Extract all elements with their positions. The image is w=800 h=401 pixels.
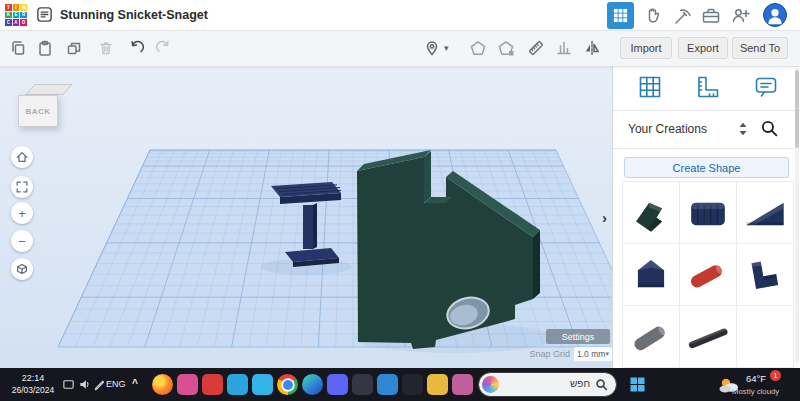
- divider: [613, 148, 800, 149]
- scene-3d[interactable]: [0, 66, 612, 368]
- taskbar-app-telegram[interactable]: [227, 374, 248, 395]
- redo-icon[interactable]: [156, 40, 172, 56]
- shape-item-corner-bracket[interactable]: [736, 243, 794, 306]
- logo-tile: T: [5, 4, 12, 11]
- shape-category-select[interactable]: Your Creations: [628, 122, 707, 136]
- perspective-toggle-button[interactable]: [11, 258, 33, 280]
- tablet-tray-icon[interactable]: [62, 378, 75, 391]
- design-title[interactable]: Stunning Snicket-Snaget: [60, 8, 208, 22]
- duplicate-icon[interactable]: [66, 40, 82, 56]
- taskbar-app-files[interactable]: [427, 374, 448, 395]
- logo-tile: A: [13, 19, 20, 26]
- ungroup-icon[interactable]: [498, 40, 514, 56]
- taskbar-app-firefox[interactable]: [152, 374, 173, 395]
- cube-icon: [15, 262, 29, 276]
- shape-cell-empty[interactable]: [736, 305, 794, 368]
- group-icon[interactable]: [470, 40, 486, 56]
- shape-library-grid: [623, 182, 792, 368]
- taskbar-app-vscode[interactable]: [377, 374, 398, 395]
- notes-icon[interactable]: [753, 74, 779, 100]
- taskbar-app-chrome[interactable]: [277, 374, 298, 395]
- invite-person-icon[interactable]: [731, 6, 751, 26]
- shape-item-prism[interactable]: [622, 243, 680, 306]
- taskbar-app-creative[interactable]: [452, 374, 473, 395]
- taskbar-app-skype[interactable]: [252, 374, 273, 395]
- blocks-view-button[interactable]: [607, 2, 634, 29]
- weather-temp: 64°F: [746, 373, 766, 384]
- create-shape-button[interactable]: Create Shape: [624, 157, 789, 178]
- weather-widget[interactable]: 64°F 1 Mostly cloudy: [710, 370, 798, 399]
- search-text: חפש: [570, 378, 590, 389]
- caret-down-icon[interactable]: ▾: [444, 43, 449, 53]
- clock-date: 26/03/2024: [4, 384, 62, 396]
- logo-tile: E: [13, 12, 20, 19]
- shape-item-angled-extrusion[interactable]: [622, 181, 680, 244]
- designs-menu-icon[interactable]: [36, 6, 53, 23]
- view-cube[interactable]: BACK: [18, 84, 64, 130]
- taskbar-apps: [152, 374, 473, 395]
- shape-item-ridged-box[interactable]: [679, 181, 737, 244]
- person-silhouette-icon: [764, 4, 786, 26]
- taskbar-app-store[interactable]: [352, 374, 373, 395]
- snap-grid-select[interactable]: 1.0 mm ▾: [574, 347, 612, 361]
- export-button[interactable]: Export: [678, 37, 728, 59]
- briefcase-icon[interactable]: [701, 6, 721, 26]
- ruler-icon[interactable]: [528, 40, 544, 56]
- fit-view-button[interactable]: [11, 176, 33, 198]
- pickaxe-icon[interactable]: [672, 6, 692, 26]
- taskbar-app-media-red[interactable]: [202, 374, 223, 395]
- taskbar-app-edge[interactable]: [302, 374, 323, 395]
- search-icon: [595, 378, 608, 391]
- tinkercad-app: TINKERCAD Stunning Snicket-Snaget: [0, 0, 800, 401]
- view-cube-face-label[interactable]: BACK: [18, 95, 58, 127]
- taskbar-app-terminal[interactable]: [402, 374, 423, 395]
- fit-view-icon: [15, 180, 29, 194]
- tray-expand-icon[interactable]: ^: [132, 378, 138, 389]
- send-to-button[interactable]: Send To: [732, 37, 788, 59]
- logo-tile: D: [20, 19, 27, 26]
- search-highlight-image[interactable]: [482, 376, 499, 393]
- mirror-icon[interactable]: [584, 40, 600, 56]
- language-indicator[interactable]: ENG: [106, 379, 126, 389]
- ruler-helper-icon[interactable]: [695, 74, 721, 100]
- taskbar-app-discord[interactable]: [327, 374, 348, 395]
- workplane-pin-icon[interactable]: [424, 40, 440, 56]
- shape-item-gray-cylinder[interactable]: [622, 305, 680, 368]
- select-spinner-icon[interactable]: [737, 120, 749, 138]
- home-view-button[interactable]: [11, 146, 33, 168]
- start-button[interactable]: [630, 377, 645, 392]
- blocks-grid-icon: [613, 8, 628, 23]
- panel-scrollbar[interactable]: [795, 68, 799, 364]
- copy-icon[interactable]: [10, 40, 26, 56]
- import-button[interactable]: Import: [620, 37, 672, 59]
- pen-tray-icon[interactable]: [93, 378, 106, 391]
- zoom-in-button[interactable]: +: [11, 202, 33, 224]
- topbar: TINKERCAD Stunning Snicket-Snaget: [0, 0, 800, 31]
- user-avatar[interactable]: [763, 3, 787, 27]
- panel-collapse-handle[interactable]: ›: [597, 204, 612, 230]
- weather-condition: Mostly cloudy: [732, 387, 779, 396]
- search-shapes-icon[interactable]: [760, 119, 779, 138]
- hand-tool-icon[interactable]: [643, 6, 663, 26]
- logo-tile: K: [5, 12, 12, 19]
- divider: [613, 110, 800, 111]
- workplane-grid-icon[interactable]: [637, 74, 663, 100]
- shape-item-dark-rod[interactable]: [679, 305, 737, 368]
- taskbar-app-photos-pink[interactable]: [177, 374, 198, 395]
- undo-icon[interactable]: [128, 40, 144, 56]
- shape-item-red-cylinder[interactable]: [679, 243, 737, 306]
- viewport-3d[interactable]: BACK + − › Settings Snap Grid 1.0 mm ▾: [0, 66, 612, 368]
- right-panel: Your Creations Create Shape: [612, 66, 800, 368]
- zoom-out-button[interactable]: −: [11, 230, 33, 252]
- home-icon: [15, 150, 29, 164]
- tinkercad-logo[interactable]: TINKERCAD: [5, 4, 27, 26]
- shape-item-wedge[interactable]: [736, 181, 794, 244]
- volume-icon[interactable]: [78, 378, 91, 391]
- taskbar-clock[interactable]: 22:14 26/03/2024: [4, 372, 62, 396]
- grid-settings-button[interactable]: Settings: [546, 329, 610, 344]
- taskbar-search[interactable]: חפש: [478, 372, 617, 397]
- align-icon[interactable]: [556, 40, 572, 56]
- delete-icon[interactable]: [98, 40, 114, 56]
- paste-icon[interactable]: [37, 40, 53, 56]
- taskbar: 22:14 26/03/2024 ENG ^ חפש: [0, 368, 800, 401]
